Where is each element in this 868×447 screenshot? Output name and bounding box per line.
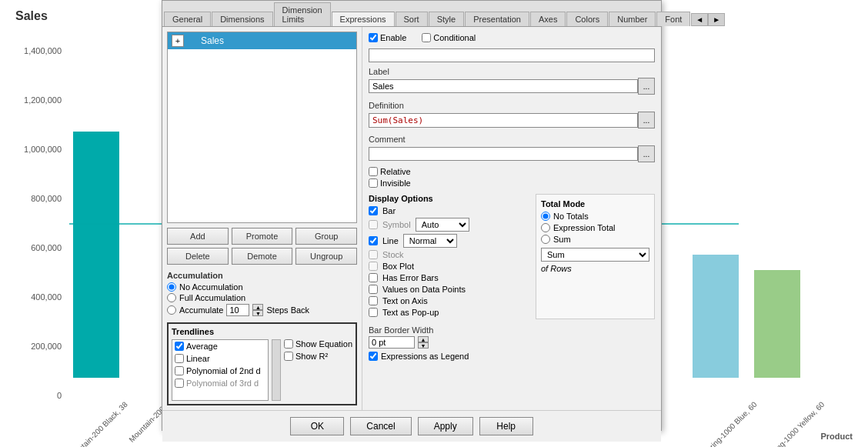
y-label-1000: 1,000,000 [8, 145, 62, 154]
steps-down-button[interactable]: ▼ [252, 310, 263, 316]
tab-axes[interactable]: Axes [530, 12, 566, 26]
y-label-1200: 1,200,000 [8, 95, 62, 105]
sum-radio[interactable] [541, 235, 550, 244]
comment-ellipsis-button[interactable]: ... [638, 145, 655, 162]
tab-presentation[interactable]: Presentation [465, 12, 529, 26]
radio-no-accumulation: No Accumulation [167, 282, 357, 292]
no-totals-radio[interactable] [541, 212, 550, 221]
expand-button[interactable]: + [172, 35, 184, 47]
show-r2-label: Show R² [295, 352, 328, 361]
tab-dimension-limits[interactable]: Dimension Limits [274, 2, 331, 26]
text-on-axis-option-row: Text on Axis [369, 296, 529, 305]
definition-input[interactable] [369, 113, 638, 128]
demote-button[interactable]: Demote [232, 248, 293, 265]
values-on-data-checkbox[interactable] [369, 285, 378, 294]
tab-general[interactable]: General [164, 12, 211, 26]
trendlines-box: Trendlines Average Linear Po [167, 322, 357, 405]
show-equation-checkbox[interactable] [284, 339, 293, 349]
tab-scroll-right[interactable]: ► [708, 13, 725, 26]
bar-checkbox[interactable] [369, 206, 378, 215]
comment-input[interactable] [369, 147, 638, 161]
radio-accumulate-input[interactable] [167, 305, 176, 315]
relative-check-row: Relative [369, 167, 655, 176]
tab-style[interactable]: Style [429, 12, 464, 26]
radio-full-accumulation: Full Accumulation [167, 293, 357, 302]
bar-label: Bar [382, 206, 396, 215]
bar-border-row: ▲ ▼ [369, 336, 655, 349]
trend-linear-checkbox[interactable] [175, 354, 184, 363]
trend-average-checkbox[interactable] [175, 342, 184, 351]
accumulation-label: Accumulation [167, 271, 357, 280]
radio-full-accumulation-input[interactable] [167, 293, 176, 302]
label-ellipsis-button[interactable]: ... [638, 78, 655, 95]
y-label-1400: 1,400,000 [8, 46, 62, 55]
apply-button[interactable]: Apply [418, 417, 473, 435]
ok-button[interactable]: OK [290, 417, 344, 435]
trendlines-inner: Average Linear Polynomial of 2nd d [172, 339, 352, 401]
cancel-button[interactable]: Cancel [350, 417, 411, 435]
radio-no-accumulation-input[interactable] [167, 282, 176, 292]
tab-dimensions[interactable]: Dimensions [212, 12, 272, 26]
line-checkbox[interactable] [369, 236, 378, 245]
y-label-800: 800,000 [8, 194, 62, 203]
y-label-400: 400,000 [8, 292, 62, 302]
dialog-content: + Sales Add Promote Group [162, 27, 661, 410]
bar-border-up-button[interactable]: ▲ [418, 336, 429, 342]
conditional-checkbox[interactable] [422, 33, 431, 42]
trend-poly2-checkbox[interactable] [175, 366, 184, 375]
right-panel: Enable Conditional Label ... Definition [362, 27, 661, 410]
show-equation-row: Show Equation [284, 339, 352, 349]
add-button[interactable]: Add [167, 228, 229, 245]
relative-checkbox[interactable] [369, 167, 378, 176]
expressions-as-legend-checkbox[interactable] [369, 352, 378, 361]
label-input[interactable] [369, 79, 638, 93]
symbol-label: Symbol [382, 220, 411, 229]
expression-item-sales[interactable]: + Sales [168, 32, 356, 49]
bar-chart-icon [187, 35, 198, 46]
show-r2-checkbox[interactable] [284, 352, 293, 361]
trendlines-scrollbar[interactable] [272, 339, 281, 401]
tab-scroll-left[interactable]: ◄ [691, 13, 708, 26]
promote-button[interactable]: Promote [232, 228, 293, 245]
help-button[interactable]: Help [479, 417, 533, 435]
top-text-field[interactable] [369, 48, 655, 62]
enable-check-row: Enable [369, 33, 406, 42]
tab-font[interactable]: Font [656, 12, 690, 26]
steps-spinner: ▲ ▼ [252, 304, 263, 316]
tab-number[interactable]: Number [609, 12, 656, 26]
ungroup-button[interactable]: Ungroup [295, 248, 357, 265]
values-on-data-label: Values on Data Points [382, 285, 466, 294]
tab-expressions[interactable]: Expressions [332, 12, 395, 26]
bar-border-width-input[interactable] [369, 336, 415, 349]
trend-poly3-checkbox[interactable] [175, 379, 184, 388]
symbol-checkbox[interactable] [369, 220, 378, 229]
display-total-section: Display Options Bar Symbol Auto Circle S… [369, 194, 655, 319]
expression-total-radio[interactable] [541, 223, 550, 232]
sum-select[interactable]: Sum Average Count [541, 248, 649, 262]
error-bars-label: Has Error Bars [382, 273, 439, 282]
line-select[interactable]: Normal Dashed Dotted [403, 234, 457, 248]
steps-up-button[interactable]: ▲ [252, 304, 263, 310]
total-mode-panel: Total Mode No Totals Expression Total Su… [536, 194, 655, 319]
show-equation-label: Show Equation [295, 339, 352, 349]
text-as-popup-checkbox[interactable] [369, 308, 378, 317]
symbol-select[interactable]: Auto Circle Square [416, 218, 469, 232]
error-bars-checkbox[interactable] [369, 273, 378, 282]
invisible-checkbox[interactable] [369, 178, 378, 188]
y-label-600: 600,000 [8, 243, 62, 252]
delete-button[interactable]: Delete [167, 248, 229, 265]
tab-colors[interactable]: Colors [566, 12, 608, 26]
definition-ellipsis-button[interactable]: ... [638, 112, 655, 128]
trend-item-average: Average [172, 340, 268, 352]
display-options-title: Display Options [369, 194, 529, 203]
definition-field-label: Definition [369, 101, 655, 110]
steps-back-input[interactable] [226, 304, 249, 316]
bar-border-down-button[interactable]: ▼ [418, 342, 429, 349]
enable-checkbox[interactable] [369, 33, 378, 42]
box-plot-checkbox[interactable] [369, 262, 378, 271]
stock-checkbox[interactable] [369, 250, 378, 259]
chart-title: Sales [15, 9, 48, 23]
text-on-axis-checkbox[interactable] [369, 296, 378, 305]
group-button[interactable]: Group [295, 228, 357, 245]
tab-sort[interactable]: Sort [396, 12, 428, 26]
